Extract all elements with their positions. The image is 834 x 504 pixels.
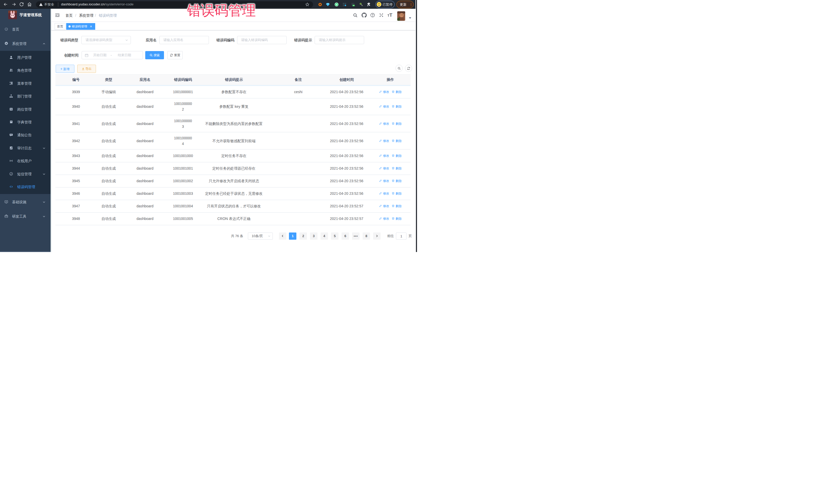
svg-text:on: on	[353, 5, 354, 6]
